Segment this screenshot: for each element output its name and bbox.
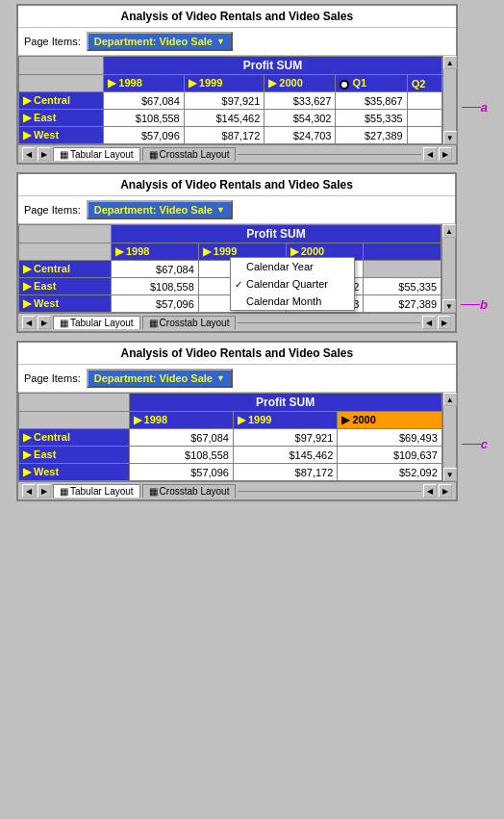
data-cell: $145,462: [184, 110, 265, 127]
tab-crosstab-layout-c[interactable]: ▦ Crosstab Layout: [142, 484, 237, 498]
profit-sum-header-c: Profit SUM: [129, 394, 441, 412]
panel-b-title: Analysis of Video Rentals and Video Sale…: [18, 174, 455, 196]
tab-bar-a: ◀ ▶ ▦ Tabular Layout ▦ Crosstab Layout ◀…: [18, 144, 456, 163]
data-cell: $108,558: [104, 110, 185, 127]
data-cell: [407, 110, 441, 127]
corner-row2-a: [19, 75, 104, 92]
page-items-label-b: Page Items:: [24, 204, 81, 216]
tab-scroll-right-c[interactable]: ▶: [38, 484, 51, 498]
tab-bar-c: ◀ ▶ ▦ Tabular Layout ▦ Crosstab Layout ◀…: [18, 481, 456, 499]
drag-indicator-a: [340, 80, 349, 90]
table-row: ▶ West $57,096 $87,172 $24,703 $27,389: [19, 127, 442, 144]
year-extra-b: [364, 243, 441, 261]
table-row: ▶ Central $67,084 $97,921 $69,493: [19, 429, 442, 447]
menu-calendar-quarter[interactable]: Calendar Quarter: [231, 275, 354, 293]
table-row: ▶ East $108,558 $145,462 $54,302 $55,335: [19, 110, 442, 127]
row-west-b[interactable]: ▶ West: [19, 295, 112, 313]
tab-crosstab-layout-b[interactable]: ▦ Crosstab Layout: [142, 316, 237, 329]
tab-hscroll-right-a[interactable]: ▶: [439, 147, 452, 161]
year-1999-a[interactable]: ▶ 1999: [184, 75, 265, 92]
data-cell: $55,335: [336, 110, 407, 127]
menu-calendar-month[interactable]: Calendar Month: [231, 293, 354, 310]
tab-tabular-layout-a[interactable]: ▦ Tabular Layout: [53, 147, 140, 161]
scroll-down-a[interactable]: ▼: [443, 131, 457, 144]
row-central-b[interactable]: ▶ Central: [19, 261, 112, 278]
row-west-c[interactable]: ▶ West: [19, 464, 130, 481]
data-cell: $87,172: [184, 127, 265, 144]
data-cell: $27,389: [336, 127, 407, 144]
tab-scroll-left-c[interactable]: ◀: [22, 484, 36, 498]
data-cell: $57,096: [111, 295, 198, 313]
row-central-a[interactable]: ▶ Central: [19, 92, 104, 110]
chevron-down-icon-b: ▼: [216, 205, 225, 215]
row-east-a[interactable]: ▶ East: [19, 110, 104, 127]
tab-icon2-a: ▦: [149, 149, 158, 160]
corner-row2-c: [19, 412, 130, 429]
tab-icon-a: ▦: [60, 149, 68, 160]
year-1998-c[interactable]: ▶ 1998: [129, 412, 233, 429]
department-dropdown-a[interactable]: Department: Video Sale ▼: [87, 32, 233, 51]
tab-scroll-right-a[interactable]: ▶: [38, 147, 51, 161]
data-cell: $97,921: [233, 429, 337, 447]
data-cell: [407, 127, 441, 144]
corner-cell-b: [19, 225, 112, 243]
tab-scroll-right-b[interactable]: ▶: [38, 316, 51, 329]
department-dropdown-b[interactable]: Department: Video Sale ▼: [87, 200, 233, 219]
page-items-label-a: Page Items:: [24, 36, 81, 47]
corner-cell-c: [19, 394, 130, 412]
row-central-c[interactable]: ▶ Central: [19, 429, 130, 447]
context-menu-b: Calendar Year Calendar Quarter Calendar …: [230, 257, 355, 311]
table-row: ▶ Central $67,084 $97,921 $33,627 $35,86…: [19, 92, 442, 110]
corner-row2-b: [19, 243, 112, 261]
profit-sum-header-a: Profit SUM: [104, 57, 442, 75]
panel-a-title: Analysis of Video Rentals and Video Sale…: [18, 6, 456, 28]
year-2000-a[interactable]: ▶ 2000: [265, 75, 336, 92]
tab-tabular-layout-b[interactable]: ▦ Tabular Layout: [53, 316, 140, 329]
scroll-down-b[interactable]: ▼: [442, 299, 456, 313]
q2-header-a: Q2: [407, 75, 441, 92]
data-cell: $57,096: [129, 464, 233, 481]
chevron-down-icon-c: ▼: [216, 373, 225, 383]
table-row: ▶ West $57,096 $87,172 $52,092: [19, 464, 442, 481]
year-2000-c[interactable]: ▶ 2000: [338, 412, 441, 429]
data-cell: $55,335: [364, 278, 441, 295]
tab-bar-b: ◀ ▶ ▦ Tabular Layout ▦ Crosstab Layout ◀…: [18, 313, 455, 331]
chevron-down-icon: ▼: [216, 37, 225, 46]
scroll-up-b[interactable]: ▲: [442, 224, 456, 238]
data-cell: [407, 92, 441, 110]
tab-crosstab-layout-a[interactable]: ▦ Crosstab Layout: [142, 147, 237, 161]
scroll-up-a[interactable]: ▲: [443, 56, 457, 69]
data-cell: $57,096: [104, 127, 185, 144]
menu-calendar-year[interactable]: Calendar Year: [231, 258, 354, 275]
corner-cell-a: [19, 57, 104, 75]
tab-hscroll-left-a[interactable]: ◀: [423, 147, 437, 161]
table-row: ▶ East $108,558 $145,462 $109,637: [19, 447, 442, 464]
data-cell: $67,084: [111, 261, 198, 278]
row-east-b[interactable]: ▶ East: [19, 278, 112, 295]
row-east-c[interactable]: ▶ East: [19, 447, 130, 464]
scroll-up-c[interactable]: ▲: [443, 393, 457, 406]
year-1998-a[interactable]: ▶ 1998: [104, 75, 185, 92]
tab-tabular-layout-c[interactable]: ▦ Tabular Layout: [53, 484, 140, 498]
data-cell: [364, 261, 441, 278]
year-1999-c[interactable]: ▶ 1999: [233, 412, 337, 429]
data-cell: $27,389: [364, 295, 441, 313]
tab-icon-b: ▦: [60, 318, 68, 328]
data-cell: $108,558: [111, 278, 198, 295]
tab-hscroll-left-b[interactable]: ◀: [422, 316, 436, 329]
scroll-down-c[interactable]: ▼: [443, 468, 457, 481]
page-items-label-c: Page Items:: [24, 372, 81, 384]
data-cell: $52,092: [338, 464, 441, 481]
row-west-a[interactable]: ▶ West: [19, 127, 104, 144]
data-cell: $24,703: [265, 127, 336, 144]
data-cell: $108,558: [129, 447, 233, 464]
tab-hscroll-left-c[interactable]: ◀: [423, 484, 437, 498]
tab-hscroll-right-c[interactable]: ▶: [439, 484, 452, 498]
tab-scroll-left-a[interactable]: ◀: [22, 147, 36, 161]
tab-hscroll-right-b[interactable]: ▶: [438, 316, 451, 329]
year-1998-b[interactable]: ▶ 1998: [111, 243, 198, 261]
department-dropdown-c[interactable]: Department: Video Sale ▼: [87, 369, 233, 388]
annotation-a: a: [481, 100, 488, 115]
tab-scroll-left-b[interactable]: ◀: [22, 316, 36, 329]
tab-icon2-b: ▦: [149, 318, 158, 328]
